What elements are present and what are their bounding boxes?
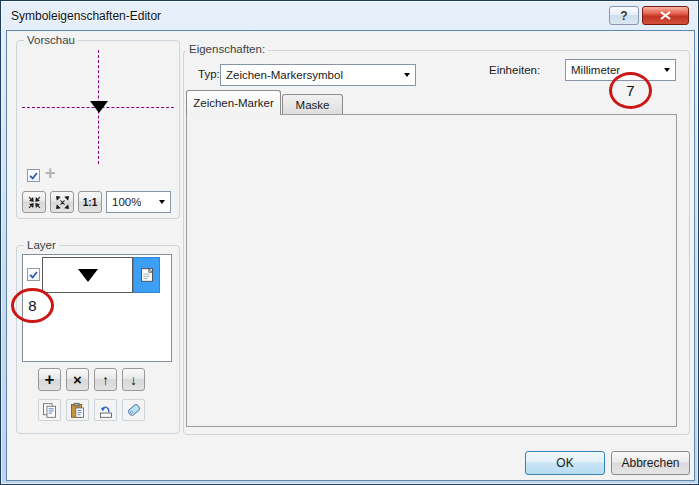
type-combobox[interactable]: Zeichen-Markersymbol bbox=[220, 64, 416, 86]
layer-marker-triangle-icon bbox=[78, 269, 98, 282]
help-button[interactable]: ? bbox=[609, 6, 639, 25]
close-icon bbox=[660, 11, 671, 20]
one-to-one-label: 1:1 bbox=[83, 197, 97, 208]
copy-layer-button[interactable] bbox=[38, 399, 61, 421]
chevron-down-icon bbox=[664, 68, 670, 72]
paste-layer-button[interactable] bbox=[66, 399, 89, 421]
callout-7-number: 7 bbox=[626, 82, 634, 99]
zoom-level-value: 100% bbox=[112, 196, 141, 208]
tab-zeichen-marker[interactable]: Zeichen-Marker bbox=[186, 90, 281, 115]
tag-icon bbox=[125, 401, 143, 419]
tab-maske[interactable]: Maske bbox=[282, 94, 343, 115]
preview-group-label: Vorschau bbox=[24, 34, 78, 47]
copy-icon bbox=[41, 402, 58, 419]
window-title: Symboleigenschaften-Editor bbox=[11, 9, 161, 23]
actual-size-button[interactable]: 1:1 bbox=[78, 191, 102, 213]
title-bar[interactable]: Symboleigenschaften-Editor ? bbox=[2, 2, 697, 29]
zoom-to-center-button[interactable] bbox=[22, 191, 46, 213]
properties-page-icon bbox=[138, 266, 156, 284]
preview-marker-triangle bbox=[90, 101, 108, 113]
cancel-label: Abbrechen bbox=[621, 456, 679, 470]
help-icon: ? bbox=[620, 9, 627, 23]
type-value: Zeichen-Markersymbol bbox=[226, 69, 343, 81]
undo-arrow-button[interactable] bbox=[94, 399, 117, 421]
tab-label: Maske bbox=[296, 99, 330, 111]
annotation-callout-7: 7 bbox=[609, 72, 652, 109]
add-layer-button[interactable]: + bbox=[38, 368, 61, 391]
tab-label: Zeichen-Marker bbox=[193, 97, 274, 109]
zoom-level-combobox[interactable]: 100% bbox=[106, 191, 171, 213]
type-label: Typ: bbox=[198, 68, 220, 80]
check-icon bbox=[28, 170, 39, 181]
units-label: Einheiten: bbox=[489, 64, 540, 76]
move-layer-down-button[interactable]: ↓ bbox=[122, 368, 145, 391]
ok-button[interactable]: OK bbox=[525, 451, 605, 475]
arrows-inward-icon bbox=[27, 195, 42, 210]
close-button[interactable] bbox=[642, 6, 689, 25]
layer-symbol-preview[interactable] bbox=[42, 257, 133, 293]
layer-group-label: Layer bbox=[24, 239, 59, 252]
check-icon bbox=[28, 269, 39, 280]
zoom-to-fit-button[interactable] bbox=[50, 191, 74, 213]
units-value: Millimeter bbox=[571, 64, 620, 76]
arrow-up-icon: ↑ bbox=[102, 372, 109, 388]
chevron-down-icon bbox=[159, 200, 165, 204]
chevron-down-icon bbox=[404, 73, 410, 77]
dialog-client-area: Vorschau + bbox=[6, 30, 695, 481]
undo-arrow-icon bbox=[97, 402, 114, 419]
remove-layer-button[interactable]: × bbox=[66, 368, 89, 391]
properties-group-label: Eigenschaften: bbox=[186, 43, 268, 56]
plus-icon: + bbox=[45, 370, 55, 390]
annotation-callout-8: 8 bbox=[11, 288, 54, 323]
arrow-down-icon: ↓ bbox=[130, 372, 137, 388]
preview-add-icon: + bbox=[45, 163, 56, 184]
layer-properties-button[interactable] bbox=[133, 257, 160, 293]
symbol-property-editor-dialog: Symboleigenschaften-Editor ? Vorschau + bbox=[0, 0, 699, 485]
move-layer-up-button[interactable]: ↑ bbox=[94, 368, 117, 391]
ok-label: OK bbox=[556, 456, 573, 470]
arrows-outward-icon bbox=[55, 195, 70, 210]
preview-checkbox[interactable] bbox=[27, 169, 40, 182]
layer-visible-checkbox[interactable] bbox=[27, 268, 40, 281]
tag-button[interactable] bbox=[122, 399, 145, 421]
tab-panel bbox=[186, 114, 677, 427]
x-icon: × bbox=[73, 371, 82, 388]
paste-icon bbox=[69, 402, 86, 419]
cancel-button[interactable]: Abbrechen bbox=[611, 451, 690, 475]
callout-8-number: 8 bbox=[28, 297, 36, 314]
